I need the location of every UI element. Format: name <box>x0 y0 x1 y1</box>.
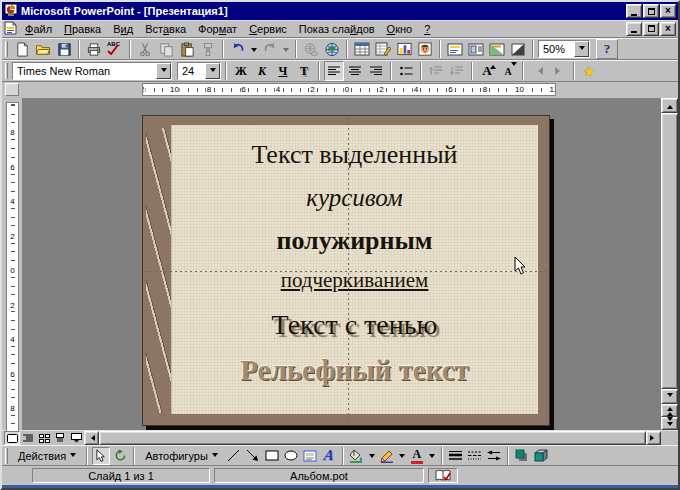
decrease-font-size-button[interactable]: А <box>498 61 518 81</box>
slide-line-underline[interactable]: подчеркиванием <box>171 270 538 311</box>
arrow-style-button[interactable] <box>485 446 503 466</box>
redo-button[interactable] <box>260 39 280 59</box>
menu-item-Вид[interactable]: Вид <box>107 21 139 37</box>
redo-dropdown[interactable] <box>281 39 291 59</box>
zoom-combobox[interactable]: 50% <box>538 40 590 58</box>
horizontal-scroll-thumb[interactable] <box>99 431 646 445</box>
select-objects-button[interactable] <box>92 447 110 465</box>
text-shadow-button[interactable]: Т <box>294 61 314 81</box>
slide-line-shadow[interactable]: Текст с тенью <box>171 311 538 356</box>
slide-layout-button[interactable] <box>466 39 486 59</box>
menu-item-Файл[interactable]: Файл <box>19 21 58 37</box>
slide-line-regular[interactable]: Текст выделенный <box>171 142 538 185</box>
font-name-combobox[interactable]: Times New Roman <box>12 62 172 80</box>
line-color-button[interactable] <box>378 446 396 466</box>
menu-item-Окно[interactable]: Окно <box>381 21 419 37</box>
underline-button[interactable]: Ч <box>273 61 293 81</box>
line-color-dropdown[interactable] <box>397 446 407 466</box>
wordart-button[interactable]: A <box>320 446 338 466</box>
free-rotate-button[interactable] <box>111 447 129 465</box>
font-color-button[interactable]: А <box>408 446 426 466</box>
arrow-tool-button[interactable] <box>244 446 262 466</box>
scroll-left-button[interactable] <box>84 431 99 445</box>
document-minimize-button[interactable] <box>626 22 642 36</box>
oval-tool-button[interactable] <box>282 446 300 466</box>
font-name-dropdown-button[interactable] <box>156 63 171 79</box>
insert-chart-button[interactable] <box>394 39 414 59</box>
bullets-button[interactable] <box>396 61 416 81</box>
fill-color-dropdown[interactable] <box>367 446 377 466</box>
slide[interactable]: Текст выделенныйкурсивомполужирнымподчер… <box>142 115 550 426</box>
text-box-button[interactable] <box>301 446 319 466</box>
scroll-down-button[interactable] <box>661 389 678 404</box>
vertical-scrollbar[interactable] <box>661 98 678 430</box>
document-close-button[interactable]: × <box>660 22 676 36</box>
status-template-indicator[interactable]: Альбом.pot <box>214 468 424 483</box>
increase-paragraph-spacing-button[interactable] <box>426 61 446 81</box>
web-toolbar-button[interactable] <box>322 39 342 59</box>
font-color-dropdown[interactable] <box>427 446 437 466</box>
status-spelling-indicator[interactable] <box>428 468 458 483</box>
open-button[interactable] <box>33 39 53 59</box>
toolbar-grip[interactable] <box>5 63 8 79</box>
menu-item-Вставка[interactable]: Вставка <box>139 21 192 37</box>
slide-line-emboss[interactable]: Рельефный текст <box>171 356 538 401</box>
menu-item-Формат[interactable]: Формат <box>192 21 243 37</box>
bold-button[interactable]: Ж <box>231 61 251 81</box>
draw-actions-menu[interactable]: Действия <box>12 447 82 465</box>
undo-button[interactable] <box>228 39 248 59</box>
menu-item-Сервис[interactable]: Сервис <box>243 21 293 37</box>
paste-button[interactable] <box>177 39 197 59</box>
menu-item-Показ слайдов[interactable]: Показ слайдов <box>293 21 381 37</box>
help-button[interactable]: ? <box>596 39 618 59</box>
insert-clipart-button[interactable] <box>415 39 435 59</box>
outline-view-button[interactable] <box>20 431 36 445</box>
slide-line-italic[interactable]: курсивом <box>171 185 538 228</box>
window-close-button[interactable]: × <box>660 4 676 18</box>
slide-canvas[interactable]: Текст выделенныйкурсивомполужирнымподчер… <box>22 98 661 430</box>
menu-item-?[interactable]: ? <box>418 21 436 37</box>
notes-page-view-button[interactable] <box>52 431 68 445</box>
autoshapes-menu[interactable]: Автофигуры <box>139 447 224 465</box>
demote-button[interactable] <box>549 61 569 81</box>
apply-design-button[interactable] <box>487 39 507 59</box>
promote-button[interactable] <box>528 61 548 81</box>
print-button[interactable] <box>84 39 104 59</box>
slide-sorter-view-button[interactable] <box>36 431 52 445</box>
spelling-button[interactable]: ABC <box>105 39 125 59</box>
previous-slide-button[interactable] <box>661 404 678 417</box>
horizontal-ruler[interactable]: 12108642024681012 <box>142 83 556 96</box>
line-tool-button[interactable] <box>225 446 243 466</box>
vertical-scroll-thumb[interactable] <box>661 113 678 389</box>
zoom-dropdown-button[interactable] <box>574 41 589 57</box>
document-restore-button[interactable] <box>643 22 659 36</box>
rectangle-tool-button[interactable] <box>263 446 281 466</box>
copy-button[interactable] <box>156 39 176 59</box>
black-white-view-button[interactable] <box>508 39 528 59</box>
fill-color-button[interactable] <box>348 446 366 466</box>
italic-button[interactable]: К <box>252 61 272 81</box>
threed-button[interactable] <box>532 446 550 466</box>
insert-table-button[interactable] <box>352 39 372 59</box>
window-restore-button[interactable] <box>643 4 659 18</box>
insert-hyperlink-button[interactable] <box>301 39 321 59</box>
align-center-button[interactable] <box>345 61 365 81</box>
line-style-button[interactable] <box>447 446 465 466</box>
scroll-right-button[interactable] <box>646 431 661 445</box>
toolbar-grip[interactable] <box>5 41 8 57</box>
slide-text-block[interactable]: Текст выделенныйкурсивомполужирнымподчер… <box>171 125 538 414</box>
undo-dropdown[interactable] <box>249 39 259 59</box>
decrease-paragraph-spacing-button[interactable] <box>447 61 467 81</box>
window-minimize-button[interactable] <box>626 4 642 18</box>
cut-button[interactable] <box>135 39 155 59</box>
next-slide-button[interactable] <box>661 417 678 430</box>
new-button[interactable] <box>12 39 32 59</box>
format-painter-button[interactable] <box>198 39 218 59</box>
scroll-up-button[interactable] <box>661 98 678 113</box>
slide-view-button[interactable] <box>4 431 20 445</box>
common-tasks-button[interactable]: ★ <box>579 61 599 81</box>
align-right-button[interactable] <box>366 61 386 81</box>
menu-item-Правка[interactable]: Правка <box>58 21 107 37</box>
save-button[interactable] <box>54 39 74 59</box>
font-size-dropdown-button[interactable] <box>205 63 220 79</box>
